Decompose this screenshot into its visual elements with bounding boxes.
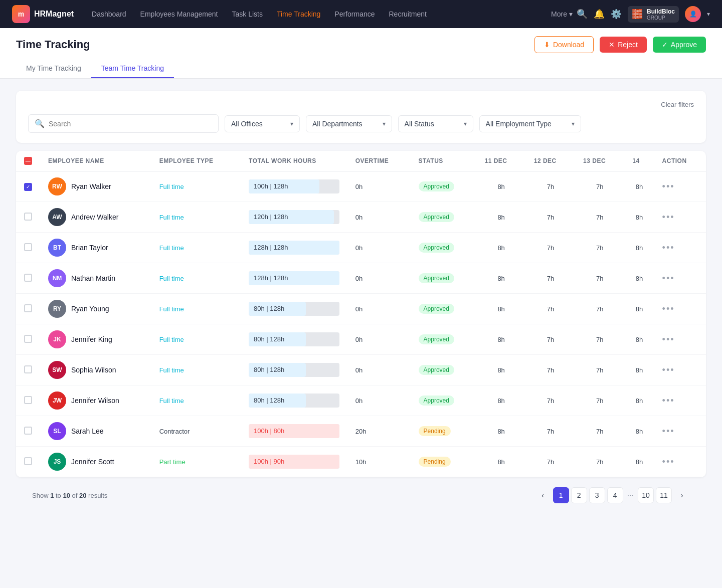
nav-logo[interactable]: m HRMagnet — [12, 5, 74, 23]
action-menu-button[interactable]: ••• — [662, 212, 675, 222]
tab-team-time-tracking[interactable]: Team Time Tracking — [91, 59, 174, 78]
dec12-cell: 7h — [526, 385, 575, 416]
employee-cell: SW Sophia Wilson — [48, 361, 143, 379]
hours-text: 80h | 128h — [249, 335, 289, 343]
nav-brand[interactable]: 🧱 BuildBloc GROUP — [628, 6, 679, 23]
employee-name: Nathan Martin — [71, 274, 115, 282]
overtime-cell: 0h — [347, 385, 411, 416]
pagination-row: Show 1 to 10 of 20 results ‹1234···1011› — [16, 477, 706, 513]
row-checkbox[interactable] — [24, 396, 32, 404]
action-menu-button[interactable]: ••• — [662, 181, 675, 191]
dec13-cell: 7h — [575, 355, 624, 385]
avatar: SL — [48, 422, 66, 440]
pagination-page-10[interactable]: 10 — [638, 487, 654, 503]
select-all-checkbox[interactable] — [24, 157, 32, 165]
action-menu-button[interactable]: ••• — [662, 396, 675, 406]
avatar: AW — [48, 208, 66, 226]
action-menu-button[interactable]: ••• — [662, 426, 675, 436]
search-input[interactable] — [49, 120, 212, 128]
table-row: RW Ryan Walker Full time 100h | 128h 0h … — [16, 171, 706, 202]
employee-cell: NM Nathan Martin — [48, 269, 143, 287]
user-menu-chevron[interactable]: ▾ — [707, 11, 710, 18]
row-checkbox[interactable] — [24, 304, 32, 312]
download-icon: ⬇ — [544, 41, 550, 49]
nav-link-recruitment[interactable]: Recruitment — [383, 7, 433, 21]
brand-name: BuildBloc — [647, 8, 675, 15]
dec11-cell: 8h — [476, 355, 525, 385]
employment-type-filter[interactable]: All Employment Type ▾ — [479, 115, 581, 132]
avatar: RW — [48, 177, 66, 195]
dec12-cell: 7h — [526, 355, 575, 385]
search-icon: 🔍 — [35, 119, 45, 128]
pagination-page-1[interactable]: 1 — [553, 487, 569, 503]
status-badge: Pending — [419, 426, 451, 436]
row-checkbox[interactable] — [24, 243, 32, 251]
tab-my-time-tracking[interactable]: My Time Tracking — [16, 59, 91, 78]
pagination-page-3[interactable]: 3 — [589, 487, 605, 503]
status-badge: Approved — [419, 396, 454, 406]
row-checkbox[interactable] — [24, 335, 32, 343]
hours-text: 100h | 90h — [249, 458, 289, 465]
nav-link-employees-management[interactable]: Employees Management — [134, 7, 224, 21]
nav-link-time-tracking[interactable]: Time Tracking — [271, 7, 326, 21]
dec13-cell: 7h — [575, 294, 624, 324]
row-checkbox[interactable] — [24, 457, 32, 465]
reject-button[interactable]: ✕ Reject — [600, 37, 647, 53]
dec12-cell: 7h — [526, 324, 575, 355]
status-filter[interactable]: All Status ▾ — [398, 115, 473, 132]
pagination-page-2[interactable]: 2 — [571, 487, 587, 503]
navbar: m HRMagnet DashboardEmployees Management… — [0, 0, 722, 28]
offices-filter[interactable]: All Offices ▾ — [225, 115, 300, 132]
action-menu-button[interactable]: ••• — [662, 365, 675, 375]
dec12-cell: 7h — [526, 416, 575, 447]
employee-cell: RW Ryan Walker — [48, 177, 143, 195]
time-tracking-table: EMPLOYEE NAME EMPLOYEE TYPE TOTAL WORK H… — [16, 151, 706, 477]
logo-icon: m — [12, 5, 30, 23]
row-checkbox[interactable] — [24, 213, 32, 221]
hours-text: 80h | 128h — [249, 366, 289, 373]
action-menu-button[interactable]: ••• — [662, 334, 675, 344]
row-checkbox[interactable] — [24, 365, 32, 373]
reject-icon: ✕ — [609, 41, 615, 49]
action-menu-button[interactable]: ••• — [662, 273, 675, 283]
hours-bar: 100h | 128h — [249, 179, 339, 193]
gear-icon[interactable]: ⚙️ — [611, 9, 622, 20]
overtime-cell: 10h — [347, 447, 411, 477]
approve-button[interactable]: ✓ Approve — [653, 37, 706, 53]
row-checkbox[interactable] — [24, 183, 32, 191]
row-checkbox[interactable] — [24, 274, 32, 282]
action-menu-button[interactable]: ••• — [662, 457, 675, 467]
user-avatar[interactable]: 👤 — [685, 6, 701, 22]
table-row: RY Ryan Young Full time 80h | 128h 0h Ap… — [16, 294, 706, 324]
overtime-cell: 0h — [347, 294, 411, 324]
pagination-prev[interactable]: ‹ — [535, 487, 551, 503]
pagination: ‹1234···1011› — [535, 487, 690, 503]
nav-link-performance[interactable]: Performance — [328, 7, 381, 21]
search-icon[interactable]: 🔍 — [577, 9, 588, 20]
pagination-page-11[interactable]: 11 — [656, 487, 672, 503]
dec14-cell: 8h — [624, 324, 654, 355]
pagination-next[interactable]: › — [674, 487, 690, 503]
download-button[interactable]: ⬇ Download — [534, 36, 594, 53]
table-row: BT Brian Taylor Full time 128h | 128h 0h… — [16, 233, 706, 263]
row-checkbox[interactable] — [24, 427, 32, 435]
nav-link-task-lists[interactable]: Task Lists — [226, 7, 268, 21]
nav-link-dashboard[interactable]: Dashboard — [86, 7, 132, 21]
status-badge: Approved — [419, 273, 454, 283]
clear-filters-button[interactable]: Clear filters — [661, 101, 694, 108]
employee-name: Ryan Walker — [71, 182, 111, 190]
departments-filter[interactable]: All Departments ▾ — [306, 115, 392, 132]
employee-type: Contractor — [159, 428, 190, 435]
pagination-info: Show 1 to 10 of 20 results — [32, 492, 107, 499]
dec13-cell: 7h — [575, 233, 624, 263]
employee-type: Full time — [159, 366, 184, 374]
nav-more[interactable]: More ▾ — [551, 10, 573, 18]
pagination-page-4[interactable]: 4 — [607, 487, 623, 503]
action-menu-button[interactable]: ••• — [662, 304, 675, 314]
avatar: BT — [48, 239, 66, 257]
status-badge: Approved — [419, 243, 454, 253]
dec14-cell: 8h — [624, 416, 654, 447]
action-menu-button[interactable]: ••• — [662, 243, 675, 253]
hours-bar: 100h | 80h — [249, 424, 339, 438]
bell-icon[interactable]: 🔔 — [594, 9, 605, 20]
